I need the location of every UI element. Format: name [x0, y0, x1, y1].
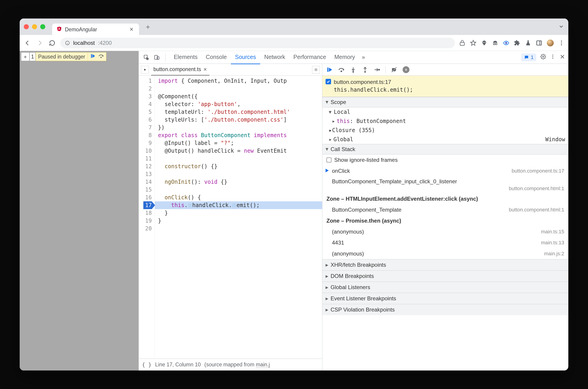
maximize-window-icon[interactable] — [40, 24, 45, 29]
devtools-menu-icon[interactable] — [550, 54, 555, 61]
url-field[interactable]: localhost:4200 — [60, 38, 455, 48]
callstack-section[interactable]: Call Stack — [322, 144, 568, 155]
line-number[interactable]: 18 — [143, 209, 152, 217]
scope-local[interactable]: Local — [322, 107, 568, 117]
line-number[interactable]: 8 — [143, 131, 152, 139]
line-number[interactable]: 2 — [143, 85, 152, 93]
site-info-icon[interactable] — [65, 40, 70, 45]
scope-global[interactable]: ▸GlobalWindow — [322, 135, 568, 144]
step-icon[interactable] — [374, 66, 380, 73]
close-window-icon[interactable] — [24, 24, 29, 29]
pause-on-exceptions-icon[interactable] — [403, 66, 409, 73]
inspect-element-icon[interactable] — [142, 53, 151, 62]
code-line[interactable]: constructor() {} — [155, 162, 322, 170]
line-number[interactable]: 14 — [143, 178, 152, 186]
line-number[interactable]: 3 — [143, 93, 152, 100]
minimize-window-icon[interactable] — [32, 24, 37, 29]
code-line[interactable]: ngOnInit(): void {} — [155, 178, 322, 186]
code-line[interactable]: @Output() handleClick = new EventEmit — [155, 147, 322, 155]
tab-elements[interactable]: Elements — [170, 51, 202, 64]
line-number[interactable]: 15 — [143, 186, 152, 194]
tab-memory[interactable]: Memory — [330, 51, 359, 64]
code-line[interactable]: @Input() label = "?"; — [155, 139, 322, 147]
step-out-icon[interactable] — [362, 66, 368, 73]
code-line[interactable] — [155, 85, 322, 93]
tab-sources[interactable]: Sources — [231, 51, 260, 64]
tab-performance[interactable]: Performance — [289, 51, 330, 64]
collapsed-section[interactable]: CSP Violation Breakpoints — [322, 304, 568, 315]
collapsed-section[interactable]: XHR/fetch Breakpoints — [322, 259, 568, 270]
browser-tab[interactable]: DemoAngular ✕ — [52, 24, 139, 35]
new-tab-button[interactable]: ＋ — [144, 22, 151, 32]
code-line[interactable]: templateUrl: './button.component.html' — [155, 108, 322, 116]
code-line[interactable]: this.handleClick.emit(); — [155, 201, 322, 209]
extensions-icon[interactable] — [514, 40, 520, 46]
tab-network[interactable]: Network — [260, 51, 290, 64]
code-line[interactable] — [155, 170, 322, 178]
line-number[interactable]: 12 — [143, 162, 152, 170]
line-number[interactable]: 6 — [143, 116, 152, 124]
plus-button[interactable]: ＋ — [21, 52, 30, 61]
ext-incognito-icon[interactable] — [492, 40, 498, 46]
share-icon[interactable] — [459, 40, 465, 46]
back-button[interactable] — [23, 39, 32, 47]
code-line[interactable] — [155, 186, 322, 194]
callstack-frame[interactable]: ButtonComponent_Template_input_click_0_l… — [322, 176, 568, 193]
line-number[interactable]: 1 — [143, 77, 152, 85]
line-number[interactable]: 11 — [143, 155, 152, 162]
line-number[interactable]: 10 — [143, 147, 152, 155]
line-number[interactable]: 13 — [143, 170, 152, 178]
bookmark-star-icon[interactable] — [470, 40, 476, 46]
more-tabs-icon[interactable]: » — [362, 54, 365, 61]
step-into-icon[interactable] — [350, 66, 357, 73]
resume-icon[interactable] — [90, 53, 96, 60]
code-line[interactable] — [155, 155, 322, 162]
settings-gear-icon[interactable] — [540, 54, 546, 61]
navigator-toggle-icon[interactable] — [141, 66, 149, 74]
line-number[interactable]: 16 — [143, 194, 152, 201]
file-tab-close-icon[interactable]: ✕ — [203, 67, 207, 72]
collapsed-section[interactable]: Event Listener Breakpoints — [322, 293, 568, 304]
code-line[interactable]: onClick() { — [155, 194, 322, 201]
breakpoint-checkbox[interactable] — [326, 79, 331, 84]
ext-panel-icon[interactable] — [536, 40, 542, 46]
ext-eye-icon[interactable] — [503, 40, 509, 46]
collapsed-section[interactable]: Global Listeners — [322, 282, 568, 293]
callstack-frame[interactable]: (anonymous)main.js:2 — [322, 248, 568, 259]
step-over-icon[interactable] — [338, 66, 345, 73]
ext-flask-icon[interactable] — [525, 40, 531, 46]
devtools-close-icon[interactable] — [560, 54, 565, 61]
line-number[interactable]: 9 — [143, 139, 152, 147]
scope-section[interactable]: Scope — [322, 97, 568, 107]
line-number[interactable]: 20 — [143, 225, 152, 232]
tab-list-chevron-icon[interactable] — [558, 24, 564, 30]
deactivate-breakpoints-icon[interactable] — [391, 66, 397, 73]
code-line[interactable]: import { Component, OnInit, Input, Outp — [155, 77, 322, 85]
code-editor[interactable]: 1234567891011121314151617181920 import {… — [139, 76, 322, 358]
code-line[interactable]: styleUrls: ['./button.component.css'] — [155, 116, 322, 124]
line-number[interactable]: 17 — [143, 201, 152, 209]
resume-script-icon[interactable] — [326, 66, 333, 73]
callstack-frame[interactable]: ButtonComponent_Templatebutton.component… — [322, 204, 568, 215]
callstack-frame[interactable]: (anonymous)main.ts:15 — [322, 226, 568, 237]
reload-button[interactable] — [48, 39, 56, 47]
forward-button[interactable] — [36, 39, 44, 47]
line-number[interactable]: 4 — [143, 100, 152, 108]
scope-closure[interactable]: ▸Closure (355) — [322, 126, 568, 135]
run-snippet-icon[interactable] — [312, 66, 320, 74]
issues-badge[interactable]: 1 — [521, 54, 536, 61]
callstack-frame[interactable]: 4431main.ts:13 — [322, 237, 568, 248]
tab-console[interactable]: Console — [202, 51, 231, 64]
line-number[interactable]: 7 — [143, 124, 152, 131]
line-number[interactable]: 19 — [143, 217, 152, 225]
profile-avatar[interactable] — [547, 39, 554, 46]
code-line[interactable]: }) — [155, 124, 322, 131]
code-line[interactable]: export class ButtonComponent implements — [155, 131, 322, 139]
code-line[interactable]: } — [155, 209, 322, 217]
show-ignore-listed[interactable]: Show ignore-listed frames — [322, 155, 568, 165]
code-line[interactable]: selector: 'app-button', — [155, 100, 322, 108]
scope-this[interactable]: ▸this: ButtonComponent — [322, 117, 568, 126]
code-line[interactable]: } — [155, 217, 322, 225]
browser-menu-icon[interactable] — [558, 40, 565, 46]
collapsed-section[interactable]: DOM Breakpoints — [322, 270, 568, 282]
